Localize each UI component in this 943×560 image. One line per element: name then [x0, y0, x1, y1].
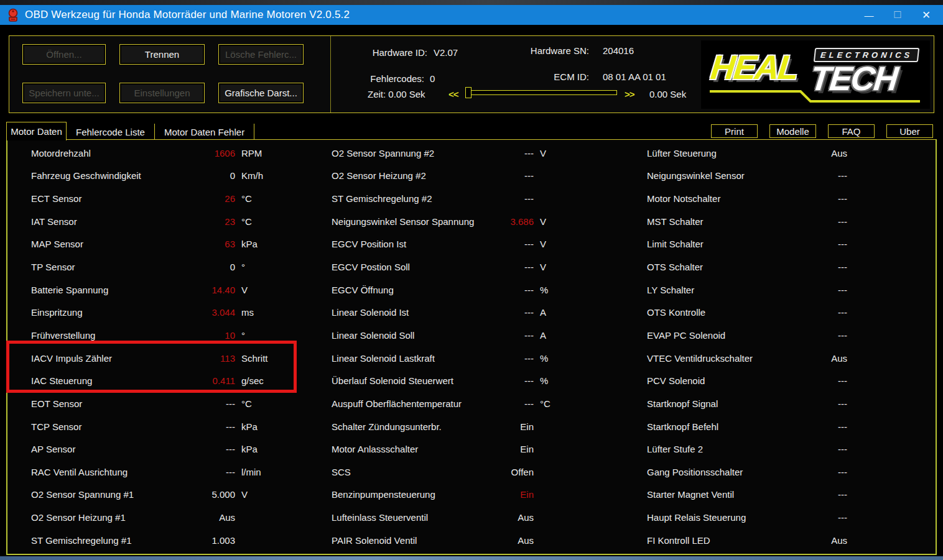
row-value: --- — [478, 398, 534, 409]
row-unit: V — [534, 262, 583, 272]
row-unit: kPa — [235, 444, 291, 454]
row-label: ST Gemischregelung #1 — [31, 535, 179, 546]
zeit-label: Zeit: 0.00 Sek — [368, 89, 425, 99]
row-label: IACV Impuls Zähler — [31, 353, 179, 364]
data-row: RAC Ventil Ausrichtung---l/min — [31, 461, 291, 484]
data-row: Limit Schalter--- — [647, 233, 885, 256]
row-label: PCV Solenoid — [647, 375, 791, 386]
data-row: Neigungswinkel Sensor Spannung3.686V — [332, 210, 583, 233]
data-row: Frühverstellung10° — [31, 324, 291, 347]
ecm-id-value: 08 01 AA 01 01 — [603, 71, 666, 82]
data-row: Schalter Zündungsunterbr.Ein — [332, 415, 583, 438]
row-value: Aus — [791, 148, 847, 158]
healtech-logo: HEAL ELECTRONICS TECH — [701, 40, 930, 109]
tab-motor-daten[interactable]: Motor Daten — [6, 122, 67, 140]
row-label: TP Sensor — [31, 262, 179, 272]
data-row: VTEC VentildruckschalterAus — [647, 347, 885, 370]
row-label: Lufteinlass Steuerventil — [332, 512, 478, 523]
row-label: EGCV Öffnung — [332, 285, 478, 295]
row-label: Auspuff Oberflächentemperatur — [332, 398, 478, 409]
data-row: Motor Notschalter--- — [647, 187, 885, 210]
row-unit: ° — [235, 330, 291, 341]
row-value: --- — [478, 285, 534, 295]
row-label: OTS Schalter — [647, 262, 791, 272]
row-unit: RPM — [235, 148, 291, 158]
desktop-top-strip — [0, 0, 943, 5]
action-buttons: PrintModelleFAQUber — [711, 124, 933, 138]
data-row: Lüfter Stufe 2--- — [647, 438, 885, 461]
faq-button[interactable]: FAQ — [828, 124, 875, 138]
row-value: --- — [179, 398, 235, 409]
data-column-3: Lüfter SteuerungAusNeigungswinkel Sensor… — [647, 142, 885, 552]
row-unit: V — [235, 285, 291, 295]
row-value: 23 — [179, 216, 235, 227]
row-value: --- — [478, 239, 534, 249]
row-value: Offen — [478, 467, 534, 477]
tab-strip: Fehlercode ListeMotor Daten Fehler — [67, 124, 254, 140]
disconnect-button[interactable]: Trennen — [119, 44, 205, 65]
rewind-control[interactable]: << — [448, 89, 458, 99]
row-label: Schalter Zündungsunterbr. — [332, 421, 478, 432]
row-label: Motor Notschalter — [647, 193, 791, 204]
slider-track[interactable] — [468, 90, 617, 95]
graphic-display-button[interactable]: Grafische Darst... — [218, 83, 304, 103]
logo-tech: TECH — [809, 62, 899, 95]
data-row: Startknopf Befehl--- — [647, 415, 885, 438]
row-unit: % — [534, 285, 583, 295]
row-value: Aus — [791, 353, 847, 364]
data-row: PCV Solenoid--- — [647, 369, 885, 392]
data-row: ST Gemischregelung #11.003 — [31, 529, 291, 552]
data-row: Startknopf Signal--- — [647, 392, 885, 415]
row-unit: ° — [235, 262, 291, 272]
row-value: --- — [791, 285, 847, 295]
row-label: EOT Sensor — [31, 398, 179, 409]
data-row: Fahrzeug Geschwindigkeit0Km/h — [31, 165, 291, 188]
row-value: --- — [791, 489, 847, 500]
row-unit: kPa — [235, 421, 291, 432]
row-value: --- — [791, 512, 847, 523]
data-row: O2 Sensor Heizung #1Aus — [31, 506, 291, 529]
row-value: Aus — [179, 512, 235, 523]
print-button[interactable]: Print — [711, 124, 758, 138]
tab-fehlercode-liste[interactable]: Fehlercode Liste — [67, 124, 155, 140]
modelle-button[interactable]: Modelle — [769, 124, 816, 138]
row-label: EGCV Postion Soll — [332, 262, 478, 272]
row-value: --- — [791, 375, 847, 386]
close-button[interactable]: ✕ — [912, 5, 941, 25]
row-unit: °C — [235, 398, 291, 409]
data-row: MST Schalter--- — [647, 210, 885, 233]
row-value: 0 — [179, 262, 235, 272]
save-as-button[interactable]: Speichern unte... — [22, 83, 106, 103]
open-button[interactable]: Öffnen... — [22, 44, 106, 65]
uber-button[interactable]: Uber — [886, 124, 933, 138]
data-row: Gang Positionsschalter--- — [647, 461, 885, 484]
row-label: Motordrehzahl — [31, 148, 179, 158]
data-row: ECT Sensor26°C — [31, 187, 291, 210]
row-unit: A — [534, 330, 583, 341]
minimize-button[interactable]: — — [855, 5, 883, 25]
row-label: EGCV Position Ist — [332, 239, 478, 249]
ecm-id-label: ECM ID: — [445, 71, 589, 82]
slider-thumb[interactable] — [465, 87, 472, 98]
row-value: --- — [179, 467, 235, 477]
data-row: Haupt Relais Steuerung--- — [647, 506, 885, 529]
row-value: 5.000 — [179, 489, 235, 500]
fehlercodes-value: 0 — [430, 73, 435, 84]
row-label: Gang Positionsschalter — [647, 467, 791, 477]
maximize-button[interactable]: ☐ — [883, 5, 912, 25]
row-label: Batterie Spannung — [31, 285, 179, 295]
tab-motor-daten-fehler[interactable]: Motor Daten Fehler — [155, 124, 254, 140]
data-row: Linear Solenoid Lastkraft---% — [332, 347, 583, 370]
row-unit: V — [534, 239, 583, 249]
settings-button[interactable]: Einstellungen — [119, 83, 205, 103]
data-row: OTS Schalter--- — [647, 255, 885, 278]
row-label: RAC Ventil Ausrichtung — [31, 467, 179, 477]
row-label: Einspritzung — [31, 307, 179, 318]
row-value: 14.40 — [179, 285, 235, 295]
row-label: IAC Steuerung — [31, 375, 179, 386]
row-value: --- — [791, 421, 847, 432]
hardware-sn-value: 204016 — [603, 45, 634, 56]
row-value: --- — [179, 444, 235, 454]
forward-control[interactable]: >> — [625, 89, 634, 99]
data-row: Starter Magnet Ventil--- — [647, 484, 885, 507]
